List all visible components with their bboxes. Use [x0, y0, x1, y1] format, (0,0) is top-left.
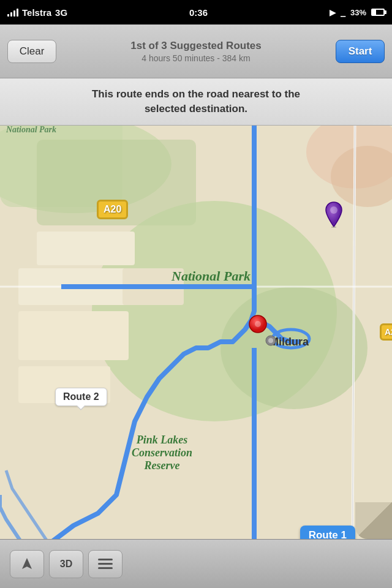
route2-badge[interactable]: Route 2 [55, 388, 107, 406]
status-right: ▶ ⎯ 33% [330, 8, 385, 17]
svg-rect-8 [18, 311, 129, 360]
network-label: 3G [55, 7, 67, 18]
nav-bar: Clear 1st of 3 Suggested Routes 4 hours … [0, 24, 392, 78]
bluetooth-icon: ⎯ [341, 8, 345, 17]
clear-button[interactable]: Clear [7, 40, 56, 63]
battery-icon [371, 9, 385, 16]
nav-subtitle: 4 hours 50 minutes - 384 km [62, 53, 330, 63]
signal-bar-2 [10, 12, 12, 17]
status-left: Telstra 3G [7, 7, 67, 18]
route-notice-text: This route ends on the road nearest to t… [92, 88, 300, 115]
three-d-button[interactable]: 3D [49, 550, 83, 578]
signal-bar-1 [7, 14, 9, 17]
battery-fill [372, 10, 376, 15]
navigation-icon: ▶ [330, 8, 336, 17]
svg-rect-11 [37, 232, 135, 265]
road-sign-a20: A20 [97, 200, 128, 219]
nav-center: 1st of 3 Suggested Routes 4 hours 50 min… [56, 40, 336, 63]
map-area[interactable]: Murray-SunsetNational Park National Park… [0, 78, 392, 588]
svg-point-21 [330, 206, 337, 214]
purple-pin [325, 201, 343, 228]
location-dot [265, 334, 277, 347]
road-sign-az: A2 [380, 323, 392, 341]
location-button[interactable] [10, 550, 44, 578]
svg-point-18 [255, 321, 261, 327]
carrier-label: Telstra [22, 7, 51, 18]
page-curl [355, 502, 392, 539]
svg-rect-23 [98, 559, 113, 560]
battery-percent: 33% [350, 8, 366, 17]
bottom-toolbar: 3D [0, 539, 392, 588]
signal-bar-3 [13, 10, 15, 17]
three-d-label: 3D [60, 559, 72, 570]
signal-bar-4 [17, 9, 18, 17]
list-button[interactable] [88, 550, 123, 578]
list-icon [98, 559, 113, 570]
signal-bars [7, 8, 18, 17]
nav-title: 1st of 3 Suggested Routes [62, 40, 330, 52]
map-svg [0, 78, 392, 588]
svg-point-20 [268, 338, 273, 343]
status-bar: Telstra 3G 0:36 ▶ ⎯ 33% [0, 0, 392, 24]
start-button[interactable]: Start [336, 40, 385, 63]
location-icon [20, 557, 34, 571]
time-display: 0:36 [189, 7, 208, 18]
route-notice: This route ends on the road nearest to t… [0, 78, 392, 126]
svg-point-22 [331, 226, 336, 228]
svg-rect-24 [98, 563, 113, 565]
svg-rect-25 [98, 567, 113, 569]
